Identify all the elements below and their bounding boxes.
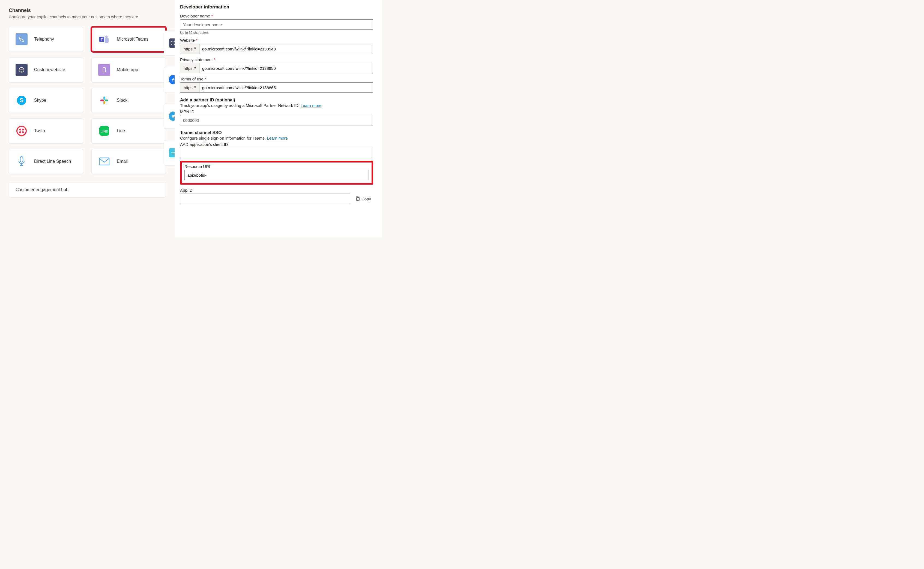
svg-rect-19 <box>99 158 109 165</box>
https-prefix: https:// <box>180 63 200 73</box>
https-prefix: https:// <box>180 83 200 93</box>
channel-skype[interactable]: S Skype <box>9 88 83 113</box>
copy-label: Copy <box>361 196 371 201</box>
skype-icon: S <box>15 94 27 106</box>
mpn-id-label: MPN ID <box>180 110 373 114</box>
website-label: Website * <box>180 38 373 43</box>
website-input-wrap: https:// <box>180 44 373 54</box>
channel-custom-website[interactable]: Custom website <box>9 57 83 82</box>
phone-icon <box>15 33 27 45</box>
partner-id-desc: Track your app's usage by adding a Micro… <box>180 103 373 108</box>
channel-label: Microsoft Teams <box>117 37 148 42</box>
sso-desc: Configure single sign-on information for… <box>180 136 373 140</box>
twilio-icon <box>15 125 27 137</box>
svg-text:LINE: LINE <box>101 129 108 133</box>
channel-mobile-app[interactable]: Mobile app <box>91 57 166 82</box>
resource-uri-highlight: Resource URI <box>180 161 373 184</box>
channels-grid: Telephony T Microsoft Teams Custom websi… <box>9 27 166 174</box>
channels-heading: Channels <box>9 8 166 13</box>
privacy-input-wrap: https:// <box>180 63 373 73</box>
svg-point-14 <box>19 131 21 133</box>
channel-microsoft-teams[interactable]: T Microsoft Teams <box>91 27 166 52</box>
copy-icon <box>355 196 360 201</box>
teams-icon: T <box>98 33 110 45</box>
globe-icon <box>15 64 27 76</box>
hub-title: Customer engagement hub <box>15 187 69 192</box>
svg-rect-9 <box>104 101 105 104</box>
svg-point-12 <box>19 129 21 131</box>
partner-learn-more-link[interactable]: Learn more <box>300 103 322 108</box>
channel-label: Mobile app <box>117 67 138 72</box>
sso-learn-more-link[interactable]: Learn more <box>267 136 288 140</box>
svg-rect-21 <box>357 198 359 201</box>
slack-icon <box>98 94 110 106</box>
privacy-label: Privacy statement * <box>180 57 373 62</box>
developer-info-heading: Developer information <box>180 5 373 10</box>
svg-text:T: T <box>101 37 103 41</box>
channel-twilio[interactable]: Twilio <box>9 118 83 143</box>
terms-label: Terms of use * <box>180 77 373 81</box>
svg-rect-7 <box>104 96 105 100</box>
channel-telephony[interactable]: Telephony <box>9 27 83 52</box>
line-icon: LINE <box>98 125 110 137</box>
resource-uri-label: Resource URI <box>184 164 369 169</box>
svg-rect-8 <box>105 99 108 101</box>
aad-client-id-input[interactable] <box>180 148 373 158</box>
svg-rect-18 <box>20 157 23 162</box>
channel-label: Slack <box>117 98 127 103</box>
privacy-input[interactable] <box>200 63 373 73</box>
svg-point-13 <box>22 129 24 131</box>
copy-button[interactable]: Copy <box>353 195 373 202</box>
channel-label: Custom website <box>34 67 65 72</box>
developer-name-help: Up to 32 characters <box>180 31 373 35</box>
channel-slack[interactable]: Slack <box>91 88 166 113</box>
app-id-label: App ID <box>180 188 373 192</box>
terms-input[interactable] <box>200 83 373 93</box>
developer-name-label: Developer name * <box>180 14 373 18</box>
channels-description: Configure your copilot channels to meet … <box>9 14 166 19</box>
svg-text:S: S <box>20 97 24 103</box>
customer-engagement-hub[interactable]: Customer engagement hub <box>9 182 166 198</box>
https-prefix: https:// <box>180 44 200 54</box>
channel-label: Direct Line Speech <box>34 159 71 164</box>
channel-line[interactable]: LINE Line <box>91 118 166 143</box>
aad-client-id-label: AAD application's client ID <box>180 142 373 147</box>
svg-point-15 <box>22 131 24 133</box>
channel-direct-line-speech[interactable]: Direct Line Speech <box>9 149 83 174</box>
mpn-id-input[interactable] <box>180 115 373 125</box>
partner-id-heading: Add a partner ID (optional) <box>180 97 373 102</box>
svg-point-11 <box>17 126 26 135</box>
channel-label: Skype <box>34 98 46 103</box>
svg-point-2 <box>105 35 108 38</box>
svg-rect-10 <box>101 99 104 101</box>
channel-label: Email <box>117 159 128 164</box>
website-input[interactable] <box>200 44 373 54</box>
channel-label: Twilio <box>34 128 45 133</box>
channel-email[interactable]: Email <box>91 149 166 174</box>
terms-input-wrap: https:// <box>180 82 373 93</box>
mobile-icon <box>98 64 110 76</box>
channel-label: Line <box>117 128 125 133</box>
channel-label: Telephony <box>34 37 54 42</box>
developer-name-input[interactable] <box>180 19 373 30</box>
resource-uri-input[interactable] <box>184 170 369 180</box>
app-id-input[interactable] <box>180 193 350 204</box>
sso-heading: Teams channel SSO <box>180 130 373 135</box>
email-icon <box>98 155 110 167</box>
mic-icon <box>15 155 27 167</box>
